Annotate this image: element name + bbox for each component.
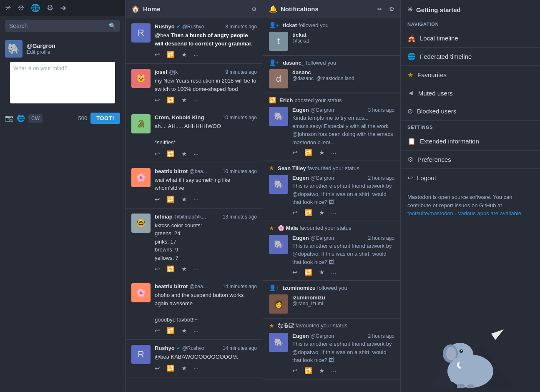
getting-started-label: Getting started xyxy=(416,6,461,13)
status-actions: ↩ 🔁 ★ ··· xyxy=(155,327,257,334)
sidebar-item-logout[interactable]: ↩ Logout xyxy=(401,169,540,187)
fav-icon[interactable]: ★ xyxy=(319,209,324,216)
more-icon[interactable]: ··· xyxy=(193,51,199,58)
notif-event-text: dasanc_ followed you xyxy=(283,60,336,66)
local-timeline-label: Local timeline xyxy=(420,35,458,42)
fav-icon[interactable]: ★ xyxy=(181,150,187,158)
fav-icon[interactable]: ★ xyxy=(181,265,187,273)
fav-icon[interactable]: ★ xyxy=(319,149,324,156)
follow-icon: 👤+ xyxy=(269,284,279,291)
apps-available-link[interactable]: Various apps are available. xyxy=(458,210,523,216)
status-name: Rushyo xyxy=(155,23,175,30)
more-icon[interactable]: ··· xyxy=(193,364,199,372)
fav-icon[interactable]: ★ xyxy=(181,196,187,203)
sidebar-item-preferences[interactable]: ⚙ Preferences xyxy=(401,151,540,169)
more-icon[interactable]: ··· xyxy=(193,150,199,157)
fav-icon[interactable]: ★ xyxy=(181,96,187,104)
puzzle-icon[interactable]: ✳ xyxy=(5,3,11,13)
more-icon[interactable]: ··· xyxy=(331,209,337,216)
status-time: 10 minutes ago xyxy=(223,115,257,121)
fav-icon[interactable]: ★ xyxy=(319,367,324,374)
more-icon[interactable]: ··· xyxy=(193,97,199,104)
notifications-column-header: 🔔 Notifications ✏ ⚙ xyxy=(263,0,400,18)
boost-icon[interactable]: 🔁 xyxy=(304,149,312,156)
more-icon[interactable]: ··· xyxy=(331,269,337,276)
settings-sliders-icon[interactable]: ⚙ xyxy=(251,6,257,13)
search-input[interactable] xyxy=(9,23,109,29)
sidebar-item-extended-info[interactable]: 📋 Extended information xyxy=(401,132,540,151)
reply-icon[interactable]: ↩ xyxy=(155,364,160,372)
search-bar[interactable]: 🔍 xyxy=(5,20,120,32)
boost-icon[interactable]: 🔁 xyxy=(167,196,175,203)
federated-timeline-label: Federated timeline xyxy=(420,53,472,60)
fav-icon[interactable]: ★ xyxy=(181,51,187,58)
boost-icon[interactable]: 🔁 xyxy=(167,150,175,158)
sidebar-item-muted-users[interactable]: ◄ Muted users xyxy=(401,84,540,102)
fav-icon[interactable]: ★ xyxy=(181,364,187,372)
more-icon[interactable]: ··· xyxy=(193,266,199,273)
boost-icon[interactable]: 🔁 xyxy=(167,327,175,334)
globe-icon-compose[interactable]: 🌐 xyxy=(17,114,25,122)
notif-name: Eugen xyxy=(292,175,309,181)
sidebar-item-favourites[interactable]: ★ Favourites xyxy=(401,66,540,84)
more-icon[interactable]: ··· xyxy=(331,367,337,374)
compose-icons: 📷 🌐 xyxy=(5,114,25,122)
settings-sliders-icon[interactable]: ⚙ xyxy=(389,6,394,13)
left-sidebar: ✳ ❊ 🌐 ⚙ ➜ 🔍 🐘 @Gargron Edit profile 📷 🌐 … xyxy=(0,0,125,392)
compose-box xyxy=(5,62,120,108)
notif-meta: Eugen @Gargron 2 hours ago xyxy=(292,235,394,241)
home-column-scroll: R Rushyo ✔ @Rushyo 8 minutes ago @bea Th… xyxy=(126,18,263,392)
notif-name: tickat xyxy=(292,32,394,38)
notif-body: tickat @tickat xyxy=(292,32,394,51)
boost-icon[interactable]: 🔁 xyxy=(167,96,175,104)
reply-icon[interactable]: ↩ xyxy=(155,96,160,104)
notif-time: 3 hours ago xyxy=(368,107,394,113)
columns: 🏠 Home ⚙ R Rushyo ✔ @Rushyo 8 minutes ag… xyxy=(125,0,540,392)
globe-icon[interactable]: 🌐 xyxy=(31,3,40,13)
reply-icon[interactable]: ↩ xyxy=(155,196,160,203)
reply-icon[interactable]: ↩ xyxy=(155,327,160,334)
more-icon[interactable]: ··· xyxy=(331,149,337,156)
boost-icon[interactable]: 🔁 xyxy=(167,265,175,273)
notif-handle: @tickat xyxy=(292,38,394,44)
reply-icon[interactable]: ↩ xyxy=(155,150,160,158)
fav-icon[interactable]: ★ xyxy=(181,327,187,334)
reply-icon[interactable]: ↩ xyxy=(155,51,160,58)
notif-name: Eugen xyxy=(292,333,309,339)
gear-icon[interactable]: ⚙ xyxy=(47,3,53,13)
status-text: @bea KABAWOOOOOOOOOOM. xyxy=(155,353,257,361)
boost-icon[interactable]: 🔁 xyxy=(304,269,312,276)
boost-icon: 🔁 xyxy=(269,97,276,103)
boost-icon[interactable]: 🔁 xyxy=(304,367,312,374)
fav-icon[interactable]: ★ xyxy=(319,269,324,276)
logout-icon[interactable]: ➜ xyxy=(60,3,66,13)
reply-icon[interactable]: ↩ xyxy=(292,269,298,276)
reply-icon[interactable]: ↩ xyxy=(155,265,160,273)
boost-icon[interactable]: 🔁 xyxy=(167,364,175,372)
status-body: Rushyo ✔ @Rushyo 14 minutes ago @bea KAB… xyxy=(155,345,257,372)
reply-icon[interactable]: ↩ xyxy=(292,149,298,156)
reply-icon[interactable]: ↩ xyxy=(292,367,298,374)
sidebar-item-federated-timeline[interactable]: 🌐 Federated timeline xyxy=(401,48,540,66)
toot-button[interactable]: TOOT! xyxy=(90,113,120,124)
table-row: 🌸 beatrix bitrot @bea... 10 minutes ago … xyxy=(126,163,263,209)
status-actions: ↩ 🔁 ★ ··· xyxy=(155,96,257,104)
more-icon[interactable]: ··· xyxy=(193,327,199,334)
compose-textarea[interactable] xyxy=(13,65,112,98)
camera-icon[interactable]: 📷 xyxy=(5,114,13,122)
pencil-icon[interactable]: ✏ xyxy=(377,6,382,13)
mastodon-github-link[interactable]: tootsuite/mastodon xyxy=(407,210,453,216)
cw-button[interactable]: CW xyxy=(28,114,43,123)
status-meta: beatrix bitrot @bea... 14 minutes ago xyxy=(155,283,257,289)
sidebar-item-blocked-users[interactable]: ⊘ Blocked users xyxy=(401,102,540,121)
notif-actions: ↩ 🔁 ★ ··· xyxy=(292,269,394,276)
edit-profile-link[interactable]: Edit profile xyxy=(27,49,55,55)
boost-icon[interactable]: 🔁 xyxy=(167,51,175,58)
status-name: Rushyo xyxy=(155,345,175,351)
more-icon[interactable]: ··· xyxy=(193,196,199,203)
users-icon[interactable]: ❊ xyxy=(18,3,24,13)
sidebar-item-local-timeline[interactable]: 🎪 Local timeline xyxy=(401,29,540,48)
boost-icon[interactable]: 🔁 xyxy=(304,209,312,216)
status-name: Crom, Kobold King xyxy=(155,114,204,121)
reply-icon[interactable]: ↩ xyxy=(292,209,298,216)
